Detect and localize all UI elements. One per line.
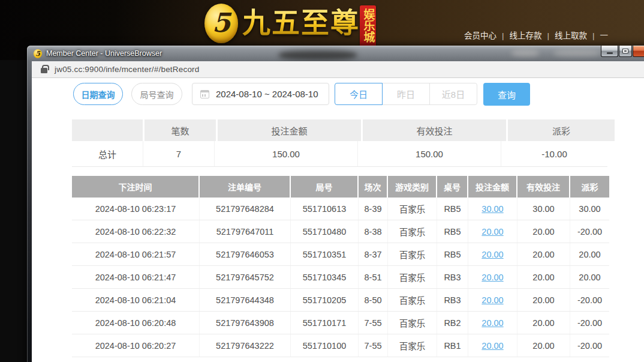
bet-cell: -20.00 bbox=[570, 312, 609, 334]
bet-amount-link[interactable]: 20.00 bbox=[482, 250, 503, 259]
bet-cell: 521797643222 bbox=[200, 334, 291, 357]
bet-cell: 百家乐 bbox=[388, 266, 437, 288]
bet-cell: RB5 bbox=[437, 243, 468, 265]
bet-cell: 551710613 bbox=[291, 198, 359, 220]
window-app-icon-glyph: 5 bbox=[35, 50, 40, 57]
bet-cell: -20.00 bbox=[570, 289, 609, 311]
summary-count: 7 bbox=[143, 141, 214, 166]
url-text[interactable]: jw05.cc:9900/infe/mcenter/#/betRecord bbox=[55, 65, 200, 74]
nav-link[interactable]: 线上存款 bbox=[510, 31, 542, 40]
bet-amount-link[interactable]: 20.00 bbox=[482, 227, 503, 237]
minimize-button[interactable] bbox=[601, 46, 618, 57]
bet-table-header-row: 下注时间注单编号局号场次游戏类别桌号投注金额有效投注派彩 bbox=[72, 176, 609, 198]
bet-cell: 20.00 bbox=[570, 243, 609, 265]
bet-cell: -20.00 bbox=[570, 220, 609, 243]
bet-cell: 20.00 bbox=[468, 266, 517, 288]
bet-cell: 551710351 bbox=[291, 243, 359, 265]
bet-header-cell: 桌号 bbox=[437, 176, 468, 198]
bet-amount-link[interactable]: 20.00 bbox=[482, 273, 503, 282]
bet-cell: 百家乐 bbox=[388, 220, 437, 243]
round-query-tab[interactable]: 局号查询 bbox=[131, 83, 182, 105]
bet-cell: RB1 bbox=[437, 334, 468, 357]
bet-cell: 8-51 bbox=[359, 266, 388, 288]
bet-cell: RB2 bbox=[437, 312, 468, 334]
bet-table-body: 2024-08-10 06:23:17521797648284551710613… bbox=[72, 198, 609, 357]
bet-cell: 2024-08-10 06:21:04 bbox=[72, 289, 200, 311]
bet-cell: 20.00 bbox=[468, 243, 517, 265]
summary-valid-bet: 150.00 bbox=[357, 141, 501, 166]
bet-amount-link[interactable]: 20.00 bbox=[482, 318, 503, 328]
quick-range-button[interactable]: 近8日 bbox=[429, 83, 477, 105]
bet-cell: 521797644348 bbox=[200, 289, 291, 311]
table-row: 2024-08-10 06:21:04521797644348551710205… bbox=[72, 289, 609, 312]
lock-icon bbox=[41, 68, 47, 73]
bet-cell: 20.00 bbox=[517, 334, 570, 357]
bet-amount-link[interactable]: 20.00 bbox=[482, 341, 503, 351]
date-range-value: 2024-08-10 ~ 2024-08-10 bbox=[216, 89, 318, 99]
table-row: 2024-08-10 06:23:17521797648284551710613… bbox=[72, 198, 609, 220]
calendar-icon bbox=[200, 90, 209, 98]
bet-cell: 30.00 bbox=[468, 198, 517, 220]
bet-cell: 2024-08-10 06:23:17 bbox=[72, 198, 200, 220]
banner-nav: 会员中心|线上存款|线上取款|一 bbox=[464, 29, 644, 41]
nav-link-partial[interactable]: 一 bbox=[600, 31, 609, 40]
bet-cell: 8-38 bbox=[359, 220, 388, 243]
bet-cell: 百家乐 bbox=[388, 243, 437, 265]
table-row: 2024-08-10 06:20:48521797643908551710171… bbox=[72, 312, 609, 334]
summary-bet-amount: 150.00 bbox=[214, 141, 357, 166]
search-button[interactable]: 查询 bbox=[483, 83, 530, 106]
bet-header-cell: 投注金额 bbox=[468, 176, 517, 198]
glass-blur-decoration bbox=[279, 50, 357, 60]
summary-payout: -10.00 bbox=[501, 141, 607, 166]
summary-total-row: 总计 7 150.00 150.00 -10.00 bbox=[72, 141, 607, 167]
quick-range-button[interactable]: 今日 bbox=[335, 83, 383, 105]
bet-cell: 521797647011 bbox=[200, 220, 291, 243]
bet-header-cell: 注单编号 bbox=[200, 176, 291, 198]
bet-header-cell: 有效投注 bbox=[517, 176, 570, 198]
filter-bar: 日期查询 局号查询 2024-08-10 ~ 2024-08-10 今日昨日近8… bbox=[32, 83, 644, 106]
bet-cell: 551710205 bbox=[291, 289, 359, 311]
address-bar[interactable]: jw05.cc:9900/infe/mcenter/#/betRecord bbox=[32, 61, 644, 78]
maximize-icon bbox=[622, 49, 628, 53]
bet-cell: 2024-08-10 06:20:48 bbox=[72, 312, 200, 334]
bet-amount-link[interactable]: 20.00 bbox=[482, 295, 503, 305]
bet-cell: 7-55 bbox=[359, 334, 388, 357]
table-row: 2024-08-10 06:21:57521797646053551710351… bbox=[72, 243, 609, 266]
bet-record-page: 日期查询 局号查询 2024-08-10 ~ 2024-08-10 今日昨日近8… bbox=[32, 78, 644, 362]
summary-header-row: 笔数 投注金额 有效投注 派彩 bbox=[72, 119, 607, 141]
bet-cell: 20.00 bbox=[517, 289, 570, 311]
brand-title: 九五至尊 bbox=[242, 8, 360, 37]
summary-header-cell: 笔数 bbox=[145, 119, 216, 141]
bet-amount-link[interactable]: 30.00 bbox=[482, 204, 503, 214]
date-query-tab[interactable]: 日期查询 bbox=[73, 83, 123, 105]
bet-cell: 30.00 bbox=[517, 198, 570, 220]
bet-cell: RB5 bbox=[437, 198, 468, 220]
table-row: 2024-08-10 06:22:32521797647011551710480… bbox=[72, 220, 609, 243]
maximize-button[interactable] bbox=[619, 46, 632, 57]
date-range-input[interactable]: 2024-08-10 ~ 2024-08-10 bbox=[192, 83, 329, 105]
brand-coin-glyph: 5 bbox=[212, 10, 231, 36]
summary-header-cell: 有效投注 bbox=[363, 119, 506, 141]
bet-table: 下注时间注单编号局号场次游戏类别桌号投注金额有效投注派彩 2024-08-10 … bbox=[72, 176, 609, 357]
bet-cell: 521797645752 bbox=[200, 266, 291, 288]
bet-cell: 2024-08-10 06:21:57 bbox=[72, 243, 200, 265]
close-button[interactable]: ✕ bbox=[633, 46, 644, 57]
bet-cell: 百家乐 bbox=[388, 312, 437, 334]
bet-cell: 521797643908 bbox=[200, 312, 291, 334]
nav-link[interactable]: 会员中心 bbox=[464, 31, 496, 40]
window-app-icon: 5 bbox=[34, 49, 42, 58]
bet-cell: RB3 bbox=[437, 266, 468, 288]
glass-blur-decoration bbox=[511, 50, 539, 56]
bet-cell: 551710345 bbox=[291, 266, 359, 288]
window-content: jw05.cc:9900/infe/mcenter/#/betRecord 日期… bbox=[32, 61, 644, 362]
window-titlebar[interactable]: 5 Member Center - UniverseBrowser ✕ bbox=[27, 46, 644, 61]
quick-range-button[interactable]: 昨日 bbox=[382, 83, 430, 105]
bet-cell: 7-55 bbox=[359, 312, 388, 334]
nav-link[interactable]: 线上取款 bbox=[555, 31, 587, 40]
bet-header-cell: 游戏类别 bbox=[388, 176, 437, 198]
window-title: Member Center - UniverseBrowser bbox=[46, 49, 162, 58]
bet-cell: 551710100 bbox=[291, 334, 359, 357]
bet-header-cell: 派彩 bbox=[570, 176, 609, 198]
bet-cell: 20.00 bbox=[517, 220, 570, 243]
summary-table: 笔数 投注金额 有效投注 派彩 总计 7 150.00 150.00 -10.0… bbox=[72, 119, 607, 167]
